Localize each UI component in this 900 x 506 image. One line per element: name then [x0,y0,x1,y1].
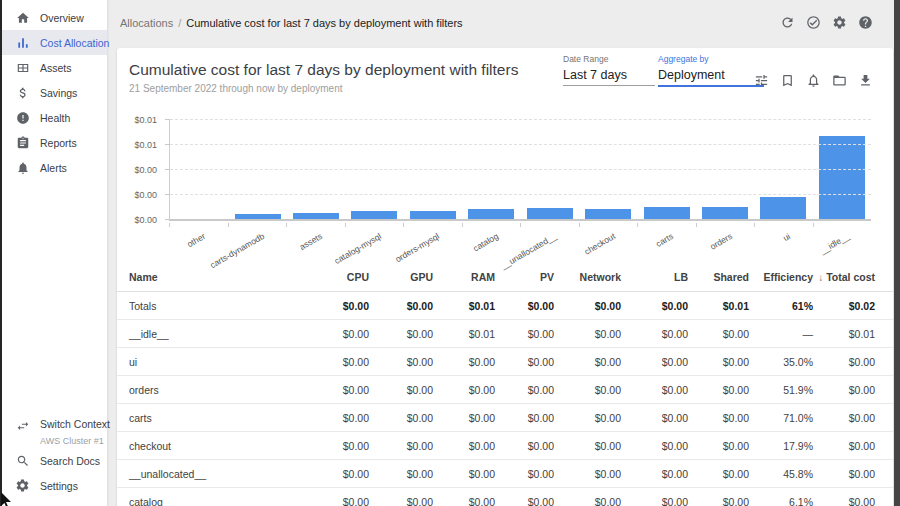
bar-__idle__[interactable] [819,136,865,220]
cell-shared: $0.00 [688,440,749,452]
chart-y-tick-label: $0.00 [125,215,157,225]
cell-cpu: $0.00 [305,328,369,340]
chart-y-tick-label: $0.00 [125,165,157,175]
bell-filled-icon [15,160,30,175]
health-icon [15,110,30,125]
cell-pv: $0.00 [495,468,554,480]
aggregate-by-value[interactable]: Deployment [658,68,764,87]
cell-ram: $0.00 [433,440,495,452]
sidebar-item-reports[interactable]: Reports [2,130,107,155]
breadcrumb-allocations-link[interactable]: Allocations [120,17,173,29]
cell-total-cost: $0.02 [813,300,875,312]
sidebar-spacer [2,180,107,414]
cell-lb: $0.00 [621,328,688,340]
table-row-catalog[interactable]: catalog$0.00$0.00$0.00$0.00$0.00$0.00$0.… [117,488,893,506]
cell-lb: $0.00 [621,468,688,480]
cell-network: $0.00 [554,496,621,506]
chart-y-tick [165,119,170,120]
cell-gpu: $0.00 [369,300,433,312]
cell-ram: $0.00 [433,412,495,424]
cell-cpu: $0.00 [305,356,369,368]
sidebar-item-cost-allocation[interactable]: Cost Allocation [2,30,107,55]
cell-total-cost: $0.00 [813,440,875,452]
cell-efficiency: 61% [749,300,813,312]
cell-cpu: $0.00 [305,412,369,424]
sidebar-item-health[interactable]: Health [2,105,107,130]
bell-outline-icon[interactable] [805,72,821,88]
window-scrollbar-edge[interactable] [894,0,900,506]
check-circle-icon[interactable] [805,14,822,31]
cell-efficiency: — [749,328,813,340]
table-row-totals[interactable]: Totals$0.00$0.00$0.01$0.00$0.00$0.00$0.0… [117,292,893,320]
table-row-carts[interactable]: carts$0.00$0.00$0.00$0.00$0.00$0.00$0.00… [117,404,893,432]
cell-lb: $0.00 [621,440,688,452]
chart-x-tick [637,223,638,227]
kubecost-app: OverviewCost AllocationAssetsSavingsHeal… [0,0,900,506]
sidebar-item-savings[interactable]: Savings [2,80,107,105]
cell-pv: $0.00 [495,300,554,312]
cell-shared: $0.00 [688,384,749,396]
aggregate-by-field[interactable]: Aggregate by Deployment [658,54,764,87]
table-row-ui[interactable]: ui$0.00$0.00$0.00$0.00$0.00$0.00$0.0035.… [117,348,893,376]
chart-y-tick-label: $0.00 [125,190,157,200]
sidebar-item-search-docs[interactable]: Search Docs [2,448,107,473]
cell-shared: $0.00 [688,468,749,480]
table-row-__idle__[interactable]: __idle__$0.00$0.00$0.01$0.00$0.00$0.00$0… [117,320,893,348]
folder-icon[interactable] [831,72,847,88]
chart-y-tick [165,219,170,220]
download-icon[interactable] [857,72,873,88]
home-icon [15,10,30,25]
cell-network: $0.00 [554,356,621,368]
cell-ram: $0.00 [433,384,495,396]
sidebar-item-assets[interactable]: Assets [2,55,107,80]
cell-gpu: $0.00 [369,468,433,480]
sidebar-item-label: Reports [40,137,77,149]
cell-total-cost: $0.00 [813,468,875,480]
chart-bar-slot [754,120,812,220]
date-range-field[interactable]: Date Range Last 7 days [563,54,655,86]
cell-lb: $0.00 [621,300,688,312]
chart-bar-slot [462,120,520,220]
table-header-name[interactable]: Name [129,271,305,283]
cell-lb: $0.00 [621,412,688,424]
tune-icon[interactable] [753,72,769,88]
table-header-total-cost[interactable]: ↓Total cost [813,271,875,283]
sidebar-item-label: Switch Context [40,418,110,430]
cell-cpu: $0.00 [305,384,369,396]
cell-gpu: $0.00 [369,356,433,368]
refresh-icon[interactable] [779,14,796,31]
bar-ui[interactable] [760,197,806,220]
sort-down-icon: ↓ [818,272,823,283]
chart-x-tick [345,223,346,227]
table-row-orders[interactable]: orders$0.00$0.00$0.00$0.00$0.00$0.00$0.0… [117,376,893,404]
sidebar-item-switch-context[interactable]: Switch ContextAWS Cluster #1 [2,414,107,448]
cell-efficiency: 71.0% [749,412,813,424]
cell-efficiency: 51.9% [749,384,813,396]
chart-gridline [170,144,871,145]
bookmark-icon[interactable] [779,72,795,88]
cell-pv: $0.00 [495,356,554,368]
chart-y-tick [165,144,170,145]
reports-icon [15,135,30,150]
cell-pv: $0.00 [495,328,554,340]
sidebar-item-settings[interactable]: Settings [2,473,107,498]
table-row-__unallocated__[interactable]: __unallocated__$0.00$0.00$0.00$0.00$0.00… [117,460,893,488]
chart-y-tick [165,194,170,195]
breadcrumb-current-page: Cumulative cost for last 7 days by deplo… [186,17,462,29]
cell-pv: $0.00 [495,384,554,396]
sidebar-item-alerts[interactable]: Alerts [2,155,107,180]
gear-icon[interactable] [831,14,848,31]
table-row-checkout[interactable]: checkout$0.00$0.00$0.00$0.00$0.00$0.00$0… [117,432,893,460]
cost-bar-chart: $0.00$0.00$0.00$0.01$0.01 othercarts-dyn… [129,120,893,258]
sidebar-item-overview[interactable]: Overview [2,5,107,30]
cell-pv: $0.00 [495,496,554,506]
cell-total-cost: $0.01 [813,328,875,340]
sidebar-footer: Switch ContextAWS Cluster #1Search DocsS… [2,414,107,506]
date-range-value[interactable]: Last 7 days [563,68,655,86]
cell-network: $0.00 [554,468,621,480]
cell-cpu: $0.00 [305,440,369,452]
help-icon[interactable] [857,14,874,31]
cell-name: orders [129,384,305,396]
cell-cpu: $0.00 [305,496,369,506]
cell-lb: $0.00 [621,384,688,396]
